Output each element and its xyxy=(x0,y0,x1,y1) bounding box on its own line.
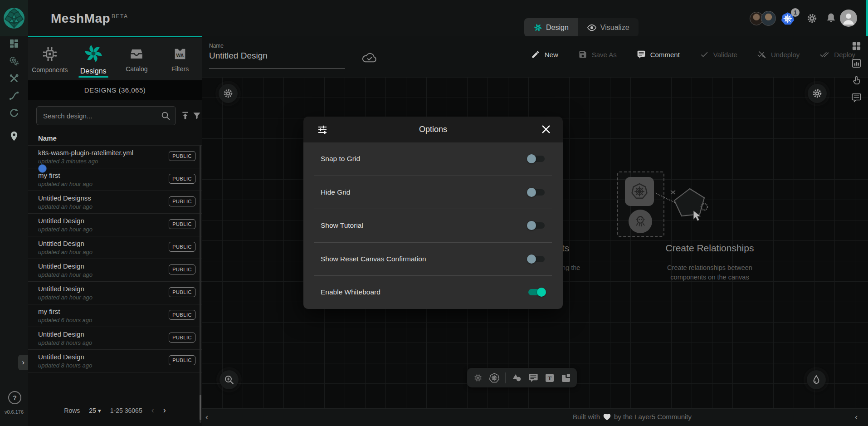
performance-route-icon[interactable] xyxy=(9,90,20,101)
column-header-name: Name xyxy=(38,134,57,142)
tab-visualize[interactable]: Visualize xyxy=(578,18,639,37)
comment-panel-icon[interactable] xyxy=(851,93,862,103)
new-button[interactable]: New xyxy=(531,50,558,59)
design-list: k8s-wasm-plugin-ratelimiter.yml updated … xyxy=(28,145,202,372)
kubernetes-context-badge: 1 xyxy=(791,8,800,17)
occluded-card-body-fragment: ng the xyxy=(562,264,580,271)
touch-gesture-icon[interactable] xyxy=(851,75,862,86)
lifecycle-gears-icon[interactable] xyxy=(9,56,20,67)
validate-button[interactable]: Validate xyxy=(700,50,737,59)
panel-scrollbar-track[interactable] xyxy=(200,145,201,423)
option-toggle[interactable] xyxy=(528,156,545,162)
toggle-thumb xyxy=(527,188,536,197)
option-label: Show Tutorial xyxy=(321,221,363,230)
option-toggle[interactable] xyxy=(528,256,545,262)
question-mark-icon: ? xyxy=(13,394,17,402)
option-row: Snap to Grid xyxy=(314,142,552,176)
panel-expander-chevron[interactable]: › xyxy=(18,355,28,370)
pagination-range: 1-25 36065 xyxy=(110,407,142,414)
catalog-drawer-icon xyxy=(129,46,144,62)
extensions-sync-icon[interactable] xyxy=(9,108,20,118)
prev-page-button[interactable]: ‹ xyxy=(151,406,154,415)
visibility-badge: PUBLIC xyxy=(169,355,195,365)
toggle-thumb xyxy=(537,288,546,297)
dock-shapes-icon[interactable] xyxy=(512,372,522,383)
helm-wheel-icon xyxy=(630,182,649,201)
floppy-icon xyxy=(578,50,587,59)
design-list-item[interactable]: my first updated 6 hours ago PUBLIC xyxy=(28,304,202,327)
notifications-bell-icon[interactable] xyxy=(825,12,837,24)
lamp-button[interactable] xyxy=(807,370,826,389)
option-label: Show Reset Canvas Confirmation xyxy=(321,255,426,263)
design-name: Untitled Designss xyxy=(38,194,91,202)
dashboard-icon[interactable] xyxy=(9,38,20,49)
filter-funnel-icon[interactable] xyxy=(192,111,201,120)
design-name-input[interactable]: Untitled Design xyxy=(209,51,268,61)
tab-components[interactable]: Components xyxy=(28,38,72,80)
grid-view-icon[interactable] xyxy=(851,41,862,51)
design-name: k8s-wasm-plugin-ratelimiter.yml xyxy=(38,149,133,157)
design-list-item[interactable]: Untitled Design updated an hour ago PUBL… xyxy=(28,236,202,259)
next-page-button[interactable]: › xyxy=(163,406,166,415)
option-toggle[interactable] xyxy=(528,222,545,229)
design-list-item[interactable]: Untitled Design updated 8 hours ago PUBL… xyxy=(28,327,202,350)
design-name: Untitled Design xyxy=(38,353,84,361)
close-icon[interactable] xyxy=(541,124,551,134)
option-toggle[interactable] xyxy=(528,189,545,196)
svg-text:T: T xyxy=(547,375,551,382)
meshery-spiral-icon xyxy=(83,44,103,64)
help-button[interactable]: ? xyxy=(8,391,21,404)
upload-design-icon[interactable] xyxy=(180,111,190,120)
tab-filters[interactable]: WA Filters xyxy=(158,38,202,80)
tab-catalog[interactable]: Catalog xyxy=(115,38,159,80)
options-modal-title: Options xyxy=(303,125,563,134)
meshery-logo[interactable] xyxy=(0,0,28,36)
profile-avatar[interactable] xyxy=(840,10,857,27)
configuration-tools-icon[interactable] xyxy=(9,73,20,84)
dock-comment-icon[interactable] xyxy=(528,372,539,383)
option-row: Hide Grid xyxy=(314,176,552,210)
collapse-right-chevron[interactable]: ‹ xyxy=(855,412,858,422)
search-input[interactable] xyxy=(36,106,176,125)
save-as-button[interactable]: Save As xyxy=(578,50,617,59)
option-label: Snap to Grid xyxy=(321,155,360,163)
dock-components-icon[interactable] xyxy=(473,372,483,383)
design-list-item[interactable]: my first updated an hour ago PUBLIC xyxy=(28,168,202,191)
design-updated-time: updated 8 hours ago xyxy=(38,362,92,369)
search-icon[interactable] xyxy=(161,111,171,121)
design-list-item[interactable]: Untitled Design updated an hour ago PUBL… xyxy=(28,259,202,282)
location-pin-icon[interactable] xyxy=(9,131,20,142)
chevron-right-icon: › xyxy=(22,358,24,367)
dock-text-icon[interactable]: T xyxy=(544,372,555,383)
window-scrollbar-thumb[interactable] xyxy=(866,0,868,36)
collaborator-avatar-2[interactable] xyxy=(761,11,776,26)
canvas-settings-button[interactable] xyxy=(808,84,827,103)
chart-panel-icon[interactable] xyxy=(851,58,862,69)
settings-gear-icon[interactable] xyxy=(806,13,818,24)
design-name-label: Name xyxy=(209,43,224,49)
design-name: Untitled Design xyxy=(38,217,84,225)
design-list-item[interactable]: Untitled Design updated an hour ago PUBL… xyxy=(28,282,202,304)
visibility-badge: PUBLIC xyxy=(169,242,195,252)
design-updated-time: updated 8 hours ago xyxy=(38,339,92,346)
option-toggle[interactable] xyxy=(528,289,545,295)
dock-kubernetes-icon[interactable] xyxy=(489,372,500,383)
wasm-icon: WA xyxy=(172,46,188,62)
design-list-item[interactable]: Untitled Design updated 8 hours ago PUBL… xyxy=(28,350,202,372)
undeploy-button[interactable]: Undeploy xyxy=(757,50,800,59)
rows-per-page-select[interactable]: 25 ▾ xyxy=(89,407,101,414)
design-list-item[interactable]: Untitled Design updated an hour ago PUBL… xyxy=(28,214,202,236)
deploy-button[interactable]: Deploy xyxy=(819,50,855,59)
zoom-in-button[interactable] xyxy=(219,370,239,389)
design-list-item[interactable]: k8s-wasm-plugin-ratelimiter.yml updated … xyxy=(28,146,202,168)
tab-design[interactable]: Design xyxy=(524,18,578,37)
design-updated-time: updated an hour ago xyxy=(38,271,93,278)
cloud-saved-icon xyxy=(361,52,378,64)
dock-media-icon[interactable] xyxy=(561,372,571,383)
comment-button[interactable]: Comment xyxy=(637,50,680,59)
canvas-config-button[interactable] xyxy=(219,84,238,103)
tab-designs[interactable]: Designs xyxy=(72,38,115,80)
occluded-card-title-fragment: ts xyxy=(562,243,569,254)
design-list-item[interactable]: Untitled Designss updated an hour ago PU… xyxy=(28,191,202,214)
tab-catalog-label: Catalog xyxy=(126,65,147,73)
